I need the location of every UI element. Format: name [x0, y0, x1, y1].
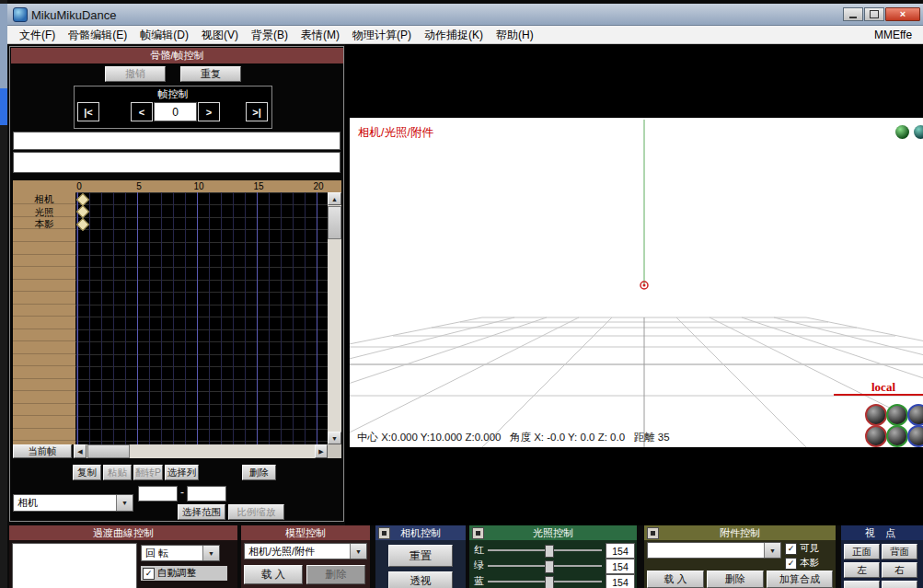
camera-status-text: 中心 X:0.000 Y:10.000 Z:0.000 角度 X: -0.0 Y… [357, 431, 670, 444]
minimize-icon [382, 531, 387, 536]
camera-rotate-z-button[interactable] [907, 404, 923, 426]
accessory-select[interactable]: ▼ [647, 542, 781, 559]
menu-physics[interactable]: 物理计算(P) [346, 28, 418, 43]
paste-button[interactable]: 粘贴 [103, 465, 132, 480]
hscroll-thumb[interactable] [87, 444, 130, 458]
panel-minimize-button[interactable] [378, 527, 390, 539]
chevron-down-icon: ▼ [202, 546, 219, 560]
menu-bar: 文件(F) 骨骼编辑(E) 帧编辑(D) 视图(V) 背景(B) 表情(M) 物… [7, 26, 923, 44]
menu-mmeffect[interactable]: MMEffe [874, 29, 912, 41]
panel-minimize-button[interactable] [647, 527, 659, 539]
accessory-visible-checkbox[interactable]: ✓ [785, 543, 797, 555]
model-load-button[interactable]: 载 入 [244, 565, 303, 584]
camera-rotate-y-button[interactable] [886, 404, 908, 426]
target-select[interactable]: 相机 ▼ [13, 494, 133, 512]
current-frame-button[interactable]: 当前帧 [13, 444, 72, 458]
light-red-slider-thumb[interactable] [545, 545, 554, 558]
select-column-button[interactable]: 选择列 [165, 465, 199, 480]
accessory-panel-header: 附件控制 [644, 525, 836, 540]
row-label-light[interactable]: 光照 [13, 206, 75, 217]
menu-background[interactable]: 背景(B) [245, 28, 294, 43]
accessory-shadow-row: ✓ 本影 [785, 557, 819, 570]
vscroll-down-button[interactable]: ▼ [328, 432, 341, 444]
accessory-delete-button[interactable]: 删除 [707, 571, 764, 588]
row-label-shadow[interactable]: 本影 [13, 218, 75, 229]
view-back-button[interactable]: 背面 [882, 544, 917, 559]
view-left-button[interactable]: 左 [844, 562, 880, 578]
vscroll-up-button[interactable]: ▲ [328, 192, 341, 205]
redo-button[interactable]: 重复 [180, 66, 241, 82]
menu-motion-capture[interactable]: 动作捕捉(K) [418, 28, 490, 43]
select-range-button[interactable]: 选择范围 [178, 504, 225, 520]
arrow-left-icon: ◀ [77, 448, 82, 455]
menu-frame-edit[interactable]: 帧编辑(D) [133, 28, 195, 43]
model-delete-button[interactable]: 删除 [306, 565, 365, 584]
camera-move-z-button[interactable] [907, 425, 923, 447]
model-select[interactable]: 相机/光照/附件 ▼ [244, 543, 367, 559]
tick-0: 0 [76, 181, 82, 191]
maximize-icon [870, 10, 879, 18]
light-blue-slider-thumb[interactable] [545, 576, 554, 588]
hscroll-right-button[interactable]: ▶ [315, 444, 328, 458]
view-right-button[interactable]: 右 [882, 562, 917, 578]
light-red-value[interactable]: 154 [606, 543, 635, 559]
tick-20: 20 [313, 181, 323, 191]
timeline-grid[interactable] [75, 192, 328, 444]
close-button[interactable]: × [885, 7, 920, 21]
accessory-shadow-checkbox[interactable]: ✓ [785, 558, 797, 570]
menu-view[interactable]: 视图(V) [195, 28, 245, 43]
accessory-blend-button[interactable]: 加算合成 [767, 571, 833, 588]
camera-move-x-button[interactable] [865, 425, 887, 447]
camera-move-y-button[interactable] [886, 425, 908, 447]
axis-globe-icon[interactable] [895, 125, 909, 139]
vscroll-thumb[interactable] [328, 206, 341, 239]
menu-help[interactable]: 帮助(H) [490, 28, 540, 43]
close-icon: × [900, 9, 906, 19]
accessory-load-button[interactable]: 载 入 [647, 571, 704, 588]
auto-adjust-row: ✓ 自動調整 [141, 566, 227, 581]
panel-minimize-button[interactable] [472, 527, 484, 539]
interp-channel-select[interactable]: 回 転 ▼ [141, 545, 220, 561]
view-button-clipped-2[interactable] [882, 581, 917, 588]
desktop-blue-patch [0, 88, 7, 125]
prev-frame-button[interactable]: < [131, 102, 153, 121]
frame-number-input[interactable]: 0 [154, 102, 197, 121]
light-green-value[interactable]: 154 [606, 559, 635, 574]
light-red-label: 红 [474, 543, 484, 557]
hscroll-left-button[interactable]: ◀ [74, 444, 87, 458]
view-button-clipped-1[interactable] [844, 581, 880, 588]
view-front-button[interactable]: 正面 [844, 544, 880, 559]
flip-paste-button[interactable]: 翻转P [133, 465, 163, 480]
menu-expression[interactable]: 表情(M) [294, 28, 346, 43]
undo-button[interactable]: 撤销 [105, 66, 166, 82]
expression-list-box[interactable] [13, 152, 340, 173]
menu-file[interactable]: 文件(F) [13, 28, 62, 43]
next-frame-button[interactable]: > [198, 102, 220, 121]
first-frame-button[interactable]: |< [77, 102, 99, 121]
camera-perspective-button[interactable]: 透视 [388, 571, 453, 588]
light-blue-value[interactable]: 154 [606, 574, 635, 588]
range-start-input[interactable] [138, 486, 178, 502]
copy-button[interactable]: 复制 [73, 465, 101, 480]
range-end-input[interactable] [187, 486, 226, 502]
light-green-slider-thumb[interactable] [545, 560, 554, 573]
menu-bone-edit[interactable]: 骨骼编辑(E) [62, 28, 133, 43]
chevron-down-icon: ▼ [764, 543, 780, 558]
tick-10: 10 [193, 181, 203, 191]
camera-reset-button[interactable]: 重置 [388, 545, 453, 567]
row-label-camera[interactable]: 相机 [13, 193, 75, 204]
scrollbar-corner [328, 444, 341, 458]
arrow-up-icon: ▲ [331, 196, 338, 202]
scale-button[interactable]: 比例缩放 [228, 504, 284, 520]
minimize-button[interactable] [843, 7, 863, 21]
interp-curve-box[interactable] [12, 543, 137, 588]
axis-globe-icon-2[interactable] [914, 125, 923, 139]
auto-adjust-checkbox[interactable]: ✓ [143, 568, 155, 580]
window-border-left [0, 4, 7, 88]
camera-rotate-x-button[interactable] [865, 404, 887, 426]
timeline-tick-header[interactable]: 0 5 10 15 20 [13, 180, 341, 192]
bone-list-box[interactable] [13, 132, 340, 150]
maximize-button[interactable] [864, 7, 884, 21]
delete-button[interactable]: 删除 [242, 465, 276, 480]
last-frame-button[interactable]: >| [246, 102, 268, 121]
